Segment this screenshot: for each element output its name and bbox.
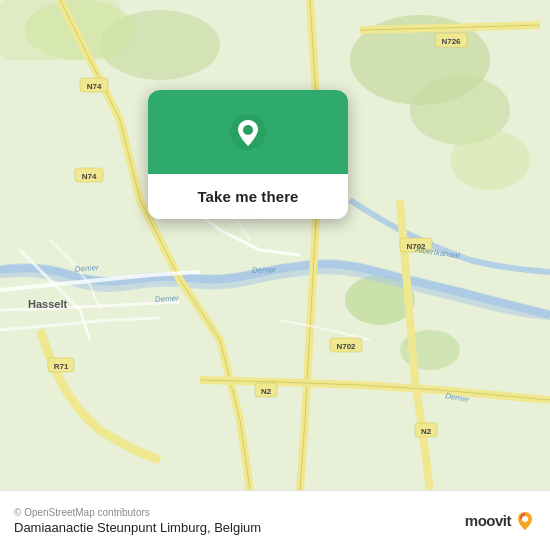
location-name: Damiaanactie Steunpunt Limburg, Belgium [14, 520, 536, 535]
svg-text:Demer: Demer [252, 265, 277, 275]
svg-point-3 [450, 130, 530, 190]
moovit-logo: moovit [465, 510, 536, 532]
svg-text:Hasselt: Hasselt [28, 298, 67, 310]
map-view[interactable]: N74 N74 N75 N75 N726 N702 N702 N2 N2 R71… [0, 0, 550, 490]
moovit-brand-icon [514, 510, 536, 532]
bottom-info-bar: © OpenStreetMap contributors Damiaanacti… [0, 490, 550, 550]
location-popup: Take me there [148, 90, 348, 219]
svg-point-37 [522, 516, 528, 522]
svg-text:R71: R71 [54, 362, 69, 371]
location-pin-icon [226, 112, 270, 156]
map-attribution: © OpenStreetMap contributors [14, 507, 536, 518]
svg-text:N74: N74 [87, 82, 102, 91]
moovit-brand-name: moovit [465, 512, 511, 529]
svg-text:N74: N74 [82, 172, 97, 181]
svg-text:Demer: Demer [155, 294, 180, 304]
svg-point-36 [243, 125, 253, 135]
svg-text:N702: N702 [336, 342, 356, 351]
svg-text:N2: N2 [421, 427, 432, 436]
svg-text:N726: N726 [441, 37, 461, 46]
svg-text:N2: N2 [261, 387, 272, 396]
popup-green-header [148, 90, 348, 174]
svg-rect-6 [0, 0, 120, 60]
take-me-there-button[interactable]: Take me there [148, 174, 348, 219]
